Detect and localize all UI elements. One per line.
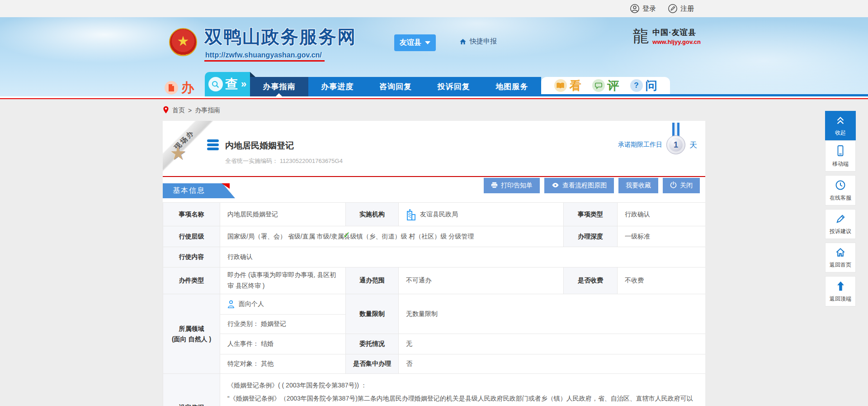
user-icon bbox=[630, 4, 640, 14]
nav-wen-tab[interactable]: ? 问 bbox=[630, 78, 657, 94]
top-utility-bar: 登录 注册 bbox=[0, 0, 868, 17]
side-dock: 收起 移动端 在线客服 投诉建议 返回首页 bbox=[825, 111, 856, 310]
agency-label: 实施机构 bbox=[346, 203, 399, 226]
delegation-label: 委托情况 bbox=[346, 334, 399, 354]
favorite-button[interactable]: 我要收藏 bbox=[618, 178, 658, 193]
item-type-label: 事项类型 bbox=[564, 203, 618, 226]
exercise-content-label: 行使内容 bbox=[163, 247, 220, 267]
item-name-value: 内地居民婚姻登记 bbox=[220, 203, 346, 226]
collapse-button[interactable]: 收起 bbox=[825, 111, 856, 140]
case-type-value: 即办件 (该事项为即审即办事项, 县区初审 县区终审 ) bbox=[220, 267, 346, 294]
account-links: 登录 注册 bbox=[630, 0, 694, 17]
nav-item-banshijindu[interactable]: 办事进度 bbox=[308, 77, 367, 96]
item-name-label: 事项名称 bbox=[163, 203, 220, 226]
site-brand: 双鸭山政务服务网 http://zwfw.shuangyashan.gov.cn… bbox=[204, 24, 356, 62]
partner-logo: 龍 中国·友谊县 www.hljyy.gov.cn bbox=[632, 27, 701, 45]
service-detail-card: 现场办 ★ 内地居民婚姻登记 全省统一实施编码： 112305220017636… bbox=[163, 121, 705, 406]
nav-kan-tab[interactable]: 看 bbox=[554, 78, 581, 94]
print-notice-button[interactable]: 打印告知单 bbox=[484, 178, 540, 193]
fee-value: 不收费 bbox=[618, 267, 705, 294]
customer-service-button[interactable]: 在线客服 bbox=[825, 175, 856, 205]
service-code: 全省统一实施编码： 11230522001763675G4 bbox=[225, 157, 343, 165]
domain-target: 特定对象： 其他 bbox=[220, 354, 346, 374]
medal-icon: 1 bbox=[666, 134, 686, 155]
promise-period: 承诺期限工作日 1 天 bbox=[618, 134, 697, 155]
nav-item-ditufuwu[interactable]: 地图服务 bbox=[483, 77, 541, 96]
partner-name: 中国·友谊县 bbox=[652, 27, 701, 38]
nav-item-banshizhinan[interactable]: 办事指南 bbox=[250, 77, 308, 96]
domain-industry: 行业类别： 婚姻登记 bbox=[220, 315, 346, 334]
breadcrumb-home[interactable]: 首页 bbox=[172, 106, 185, 115]
nav-ping-tab[interactable]: 评 bbox=[592, 78, 619, 94]
home-icon bbox=[835, 251, 846, 259]
item-type-value: 行政确认 bbox=[618, 203, 705, 226]
nav-item-tousuhuifu[interactable]: 投诉回复 bbox=[425, 77, 483, 96]
person-icon bbox=[227, 300, 235, 309]
fee-label: 是否收费 bbox=[564, 267, 618, 294]
quantity-value: 无数量限制 bbox=[399, 294, 705, 334]
tab-basic-info[interactable]: 基本信息 bbox=[163, 183, 235, 198]
nav-cha-tab[interactable]: 查 » bbox=[205, 72, 250, 96]
close-button[interactable]: 关闭 bbox=[663, 178, 700, 193]
card-tools: 基本信息 打印告知单 bbox=[163, 177, 705, 202]
back-to-top-button[interactable]: 返回顶端 bbox=[825, 276, 856, 306]
agency-value: 友谊县民政局 bbox=[399, 203, 564, 226]
mobile-icon bbox=[835, 150, 845, 158]
domain-individual: 面向个人 bbox=[220, 294, 346, 315]
national-emblem-icon: ★ bbox=[169, 28, 197, 56]
case-type-label: 办件类型 bbox=[163, 267, 220, 294]
basic-info-table: 事项名称 内地居民婚姻登记 实施机构 友谊县民政局 事项类型 行政确认 行使层级 bbox=[163, 202, 705, 406]
dragon-glyph: 龍 bbox=[632, 27, 649, 45]
eye-icon bbox=[552, 182, 559, 189]
partner-url: www.hljyy.gov.cn bbox=[652, 38, 701, 45]
double-chevron-right-icon: » bbox=[241, 78, 246, 90]
question-icon: ? bbox=[630, 79, 643, 92]
nav-side-panel: 看 评 ? 问 bbox=[541, 77, 670, 94]
chevron-down-icon bbox=[425, 41, 430, 44]
power-icon bbox=[670, 182, 677, 190]
feedback-button[interactable]: 投诉建议 bbox=[825, 209, 856, 239]
building-icon bbox=[406, 209, 416, 220]
site-url: http://zwfw.shuangyashan.gov.cn/ bbox=[204, 51, 325, 62]
book-icon bbox=[554, 79, 567, 92]
document-icon bbox=[165, 81, 178, 95]
universal-scope-value: 不可通办 bbox=[399, 267, 564, 294]
promise-days: 1 bbox=[674, 140, 678, 150]
arrow-up-icon bbox=[835, 285, 846, 293]
depth-value: 一级标准 bbox=[618, 226, 705, 247]
service-header: 现场办 ★ 内地居民婚姻登记 全省统一实施编码： 112305220017636… bbox=[163, 121, 705, 176]
home-icon bbox=[459, 38, 467, 46]
delegation-value: 无 bbox=[399, 334, 705, 354]
search-icon bbox=[208, 77, 223, 91]
register-link[interactable]: 注册 bbox=[668, 4, 694, 14]
star-icon: ★ bbox=[170, 143, 186, 163]
centralized-label: 是否集中办理 bbox=[346, 354, 399, 374]
depth-label: 办理深度 bbox=[564, 226, 618, 247]
domain-label: 所属领域 (面向 自然人 ) bbox=[163, 294, 220, 374]
nav-item-zixunhuifu[interactable]: 咨询回复 bbox=[367, 77, 425, 96]
back-home-button[interactable]: 返回首页 bbox=[825, 243, 856, 272]
universal-scope-label: 通办范围 bbox=[346, 267, 399, 294]
view-flowchart-button[interactable]: 查看流程图原图 bbox=[544, 178, 614, 193]
basis-value: 《婚姻登记条例》( ( 2003年国务院令第387号)) ： “《婚姻登记条例》… bbox=[220, 374, 705, 406]
comment-icon bbox=[592, 79, 605, 92]
site-header: ★ 双鸭山政务服务网 http://zwfw.shuangyashan.gov.… bbox=[0, 17, 868, 96]
login-link[interactable]: 登录 bbox=[630, 4, 656, 14]
feedback-icon bbox=[835, 218, 846, 225]
quick-apply-link[interactable]: 快捷申报 bbox=[459, 37, 497, 46]
region-selector[interactable]: 友谊县 bbox=[394, 34, 436, 51]
pencil-icon bbox=[668, 4, 678, 14]
centralized-value: 否 bbox=[399, 354, 705, 374]
breadcrumb-separator: > bbox=[188, 107, 192, 114]
mobile-button[interactable]: 移动端 bbox=[825, 140, 856, 172]
exercise-level-value: 国家级/局（署、会） 省级/直属 市级/隶属 ✓ 县级 镇（乡、街道）级 村（社… bbox=[220, 226, 564, 247]
breadcrumb-current[interactable]: 办事指南 bbox=[195, 106, 220, 115]
page-content: 首页 > 办事指南 现场办 ★ 内地居民婚姻登记 bbox=[0, 99, 868, 406]
layers-icon bbox=[206, 139, 220, 153]
check-icon: ✓ bbox=[343, 227, 350, 243]
customer-service-icon bbox=[835, 184, 846, 192]
page: 登录 注册 ★ 双鸭山政务服务网 http://zwfw.shuangyasha… bbox=[0, 0, 868, 406]
breadcrumb: 首页 > 办事指南 bbox=[163, 105, 705, 116]
main-navigation: 办 查 » 办事指南 办事进度 咨询回复 投诉回复 地图服务 bbox=[0, 77, 868, 96]
nav-ban-tab[interactable]: 办 bbox=[165, 79, 194, 96]
